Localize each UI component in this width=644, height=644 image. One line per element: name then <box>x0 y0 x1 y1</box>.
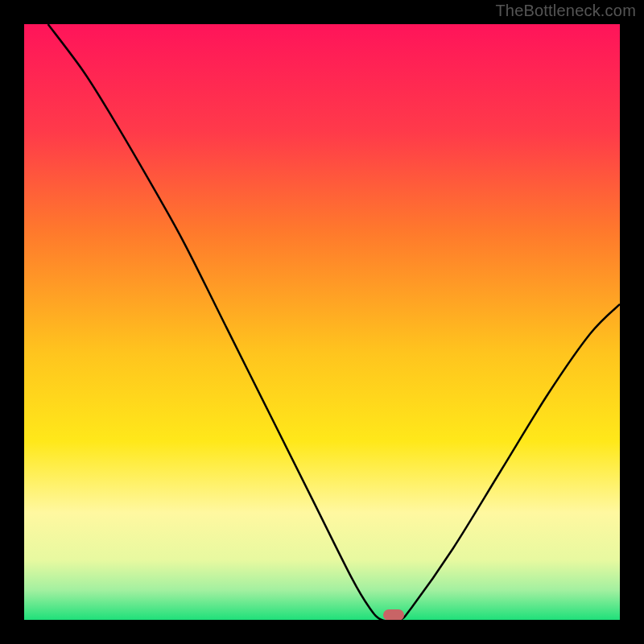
chart-frame: TheBottleneck.com <box>0 0 644 644</box>
curve-layer <box>24 24 620 620</box>
bottleneck-curve <box>48 24 620 620</box>
optimal-point-marker <box>383 609 404 620</box>
plot-area <box>24 24 620 620</box>
watermark-text: TheBottleneck.com <box>495 2 636 20</box>
